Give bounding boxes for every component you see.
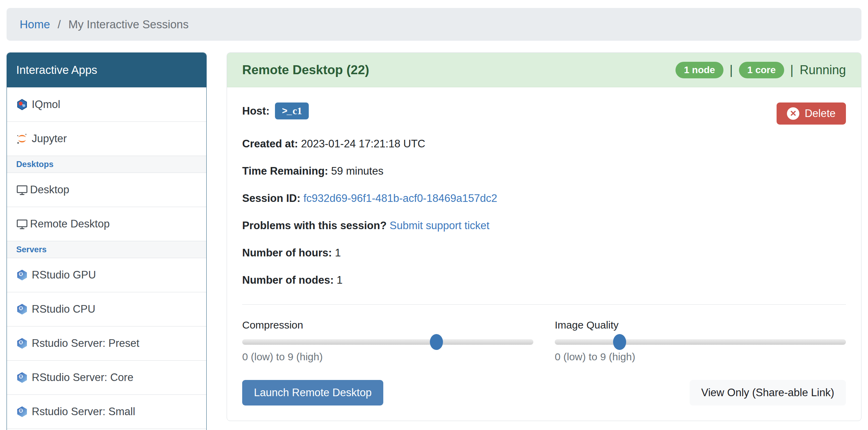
sidebar-item-iqmol[interactable]: IQmol bbox=[7, 87, 206, 121]
nodes-value: 1 bbox=[337, 274, 343, 286]
session-id-link[interactable]: fc932d69-96f1-481b-acf0-18469a157dc2 bbox=[303, 192, 497, 204]
slider-thumb[interactable] bbox=[613, 334, 626, 350]
session-id-label: Session ID: bbox=[242, 192, 300, 204]
status-text: Running bbox=[800, 63, 846, 77]
sidebar-item-desktop[interactable]: Desktop bbox=[7, 173, 206, 207]
node-count-badge: 1 node bbox=[675, 62, 723, 78]
sidebar-item-rstudio-server-small[interactable]: R Rstudio Server: Small bbox=[7, 394, 206, 429]
svg-text:R: R bbox=[20, 272, 22, 276]
sidebar-item-rstudio-cpu[interactable]: R RStudio CPU bbox=[7, 292, 206, 326]
sidebar-item-label: Remote Desktop bbox=[30, 218, 110, 230]
hours-value: 1 bbox=[335, 247, 341, 259]
view-only-link-button[interactable]: View Only (Share-able Link) bbox=[690, 380, 846, 405]
created-at-value: 2023-01-24 17:21:18 UTC bbox=[301, 138, 425, 150]
host-shell-button[interactable]: >_c1 bbox=[275, 102, 309, 119]
terminal-prompt-icon: >_ bbox=[282, 106, 291, 116]
sidebar-item-cutoff bbox=[7, 429, 206, 430]
sidebar-item-label: RStudio GPU bbox=[32, 269, 96, 281]
session-card-header: Remote Desktop (22) 1 node | 1 core | Ru… bbox=[227, 53, 861, 87]
sidebar-item-label: RStudio CPU bbox=[32, 303, 95, 315]
time-remaining-value: 59 minutes bbox=[331, 165, 384, 177]
host-label: Host: bbox=[242, 105, 269, 117]
circle-x-icon: ✕ bbox=[787, 107, 799, 120]
sidebar-section-desktops: Desktops bbox=[7, 156, 206, 173]
sidebar-item-rstudio-gpu[interactable]: R RStudio GPU bbox=[7, 258, 206, 292]
core-count-badge: 1 core bbox=[739, 62, 784, 78]
breadcrumb-separator: / bbox=[58, 18, 61, 31]
card-actions: Launch Remote Desktop View Only (Share-a… bbox=[242, 380, 846, 405]
nodes-row: Number of nodes: 1 bbox=[242, 274, 846, 286]
delete-button-label: Delete bbox=[805, 107, 836, 120]
svg-text:R: R bbox=[20, 341, 22, 344]
time-remaining-row: Time Remaining: 59 minutes bbox=[242, 165, 846, 177]
compression-label: Compression bbox=[242, 319, 533, 331]
divider bbox=[242, 304, 846, 305]
sliders-section: Compression 0 (low) to 9 (high) Image Qu… bbox=[242, 319, 846, 363]
badge-separator: | bbox=[790, 63, 793, 77]
svg-text:R: R bbox=[20, 375, 22, 379]
host-field: Host: >_c1 bbox=[242, 102, 309, 119]
session-title: Remote Desktop (22) bbox=[242, 63, 369, 77]
host-name: c1 bbox=[293, 105, 302, 117]
launch-remote-desktop-button[interactable]: Launch Remote Desktop bbox=[242, 380, 383, 405]
sidebar-item-label: Desktop bbox=[30, 184, 69, 196]
sidebar-item-rstudio-server-core[interactable]: R RStudio Server: Core bbox=[7, 360, 206, 394]
jupyter-icon bbox=[16, 133, 28, 145]
sidebar-item-jupyter[interactable]: Jupyter bbox=[7, 121, 206, 156]
support-question-label: Problems with this session? bbox=[242, 219, 387, 232]
rstudio-icon: R bbox=[16, 372, 28, 383]
svg-text:R: R bbox=[20, 409, 22, 413]
sidebar-item-label: Jupyter bbox=[32, 133, 67, 145]
sidebar-section-label: Desktops bbox=[16, 159, 53, 169]
image-quality-label: Image Quality bbox=[555, 319, 846, 331]
sidebar-item-label: Rstudio Server: Small bbox=[32, 405, 135, 418]
breadcrumb: Home / My Interactive Sessions bbox=[7, 8, 861, 41]
session-card: Remote Desktop (22) 1 node | 1 core | Ru… bbox=[227, 52, 861, 421]
session-header-meta: 1 node | 1 core | Running bbox=[675, 62, 846, 78]
hours-row: Number of hours: 1 bbox=[242, 247, 846, 259]
time-remaining-label: Time Remaining: bbox=[242, 165, 328, 177]
slider-thumb[interactable] bbox=[430, 334, 443, 350]
breadcrumb-current: My Interactive Sessions bbox=[68, 18, 188, 31]
svg-text:R: R bbox=[20, 306, 22, 310]
host-row: Host: >_c1 ✕ Delete bbox=[242, 102, 846, 125]
monitor-icon bbox=[16, 184, 28, 196]
compression-slider[interactable] bbox=[242, 339, 533, 345]
image-quality-slider-group: Image Quality 0 (low) to 9 (high) bbox=[555, 319, 846, 363]
session-card-body: Host: >_c1 ✕ Delete Created at: 2023-01-… bbox=[227, 87, 861, 421]
nodes-label: Number of nodes: bbox=[242, 274, 334, 286]
rstudio-icon: R bbox=[16, 338, 28, 349]
created-at-label: Created at: bbox=[242, 138, 298, 150]
rstudio-icon: R bbox=[16, 269, 28, 281]
compression-help-text: 0 (low) to 9 (high) bbox=[242, 351, 533, 363]
rstudio-icon: R bbox=[16, 303, 28, 315]
rstudio-icon: R bbox=[16, 406, 28, 418]
submit-support-ticket-link[interactable]: Submit support ticket bbox=[389, 219, 489, 232]
sidebar-section-label: Servers bbox=[16, 245, 47, 254]
delete-button[interactable]: ✕ Delete bbox=[777, 102, 846, 125]
hours-label: Number of hours: bbox=[242, 247, 332, 259]
image-quality-help-text: 0 (low) to 9 (high) bbox=[555, 351, 846, 363]
compression-slider-group: Compression 0 (low) to 9 (high) bbox=[242, 319, 533, 363]
image-quality-slider[interactable] bbox=[555, 339, 846, 345]
sidebar-item-label: IQmol bbox=[32, 98, 60, 111]
sidebar-item-label: Rstudio Server: Preset bbox=[32, 337, 139, 350]
sidebar-item-label: RStudio Server: Core bbox=[32, 371, 134, 384]
sidebar-title: Interactive Apps bbox=[7, 53, 206, 87]
badge-separator: | bbox=[730, 63, 733, 77]
session-id-row: Session ID: fc932d69-96f1-481b-acf0-1846… bbox=[242, 192, 846, 205]
created-at-row: Created at: 2023-01-24 17:21:18 UTC bbox=[242, 138, 846, 150]
support-row: Problems with this session? Submit suppo… bbox=[242, 219, 846, 232]
breadcrumb-home-link[interactable]: Home bbox=[20, 18, 50, 31]
sidebar-item-remote-desktop[interactable]: Remote Desktop bbox=[7, 207, 206, 241]
interactive-apps-sidebar: Interactive Apps IQmol bbox=[7, 52, 207, 430]
iqmol-icon bbox=[16, 99, 28, 110]
sidebar-item-rstudio-server-preset[interactable]: R Rstudio Server: Preset bbox=[7, 326, 206, 360]
monitor-icon bbox=[16, 218, 28, 230]
sidebar-section-servers: Servers bbox=[7, 241, 206, 258]
